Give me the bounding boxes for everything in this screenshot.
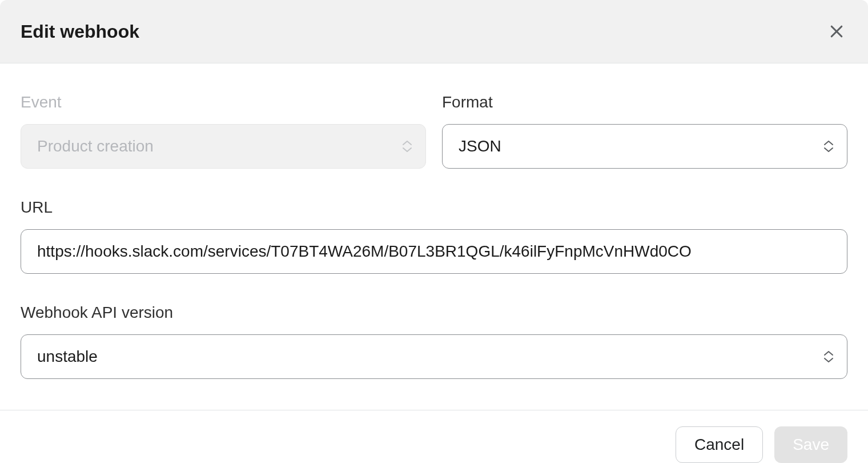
format-label: Format [442, 93, 847, 111]
modal-title: Edit webhook [21, 21, 139, 42]
edit-webhook-modal: Edit webhook Event Product creation [0, 0, 868, 463]
api-version-field: Webhook API version unstable [21, 304, 847, 379]
event-select-wrapper: Product creation [21, 124, 426, 169]
format-select[interactable]: JSON [442, 124, 847, 169]
close-button[interactable] [826, 21, 847, 42]
row-event-format: Event Product creation Format JSON [21, 93, 847, 169]
format-select-wrapper: JSON [442, 124, 847, 169]
close-icon [828, 23, 845, 40]
url-field: URL [21, 198, 847, 274]
api-version-label: Webhook API version [21, 304, 847, 322]
modal-footer: Cancel Save [0, 410, 868, 463]
api-version-select[interactable]: unstable [21, 334, 847, 379]
modal-header: Edit webhook [0, 0, 868, 63]
event-select: Product creation [21, 124, 426, 169]
url-label: URL [21, 198, 847, 217]
cancel-button[interactable]: Cancel [676, 426, 763, 463]
event-field: Event Product creation [21, 93, 426, 169]
save-button: Save [774, 426, 847, 463]
format-field: Format JSON [442, 93, 847, 169]
url-input[interactable] [21, 229, 847, 274]
modal-body: Event Product creation Format JSON [0, 63, 868, 410]
event-label: Event [21, 93, 426, 111]
api-version-select-wrapper: unstable [21, 334, 847, 379]
